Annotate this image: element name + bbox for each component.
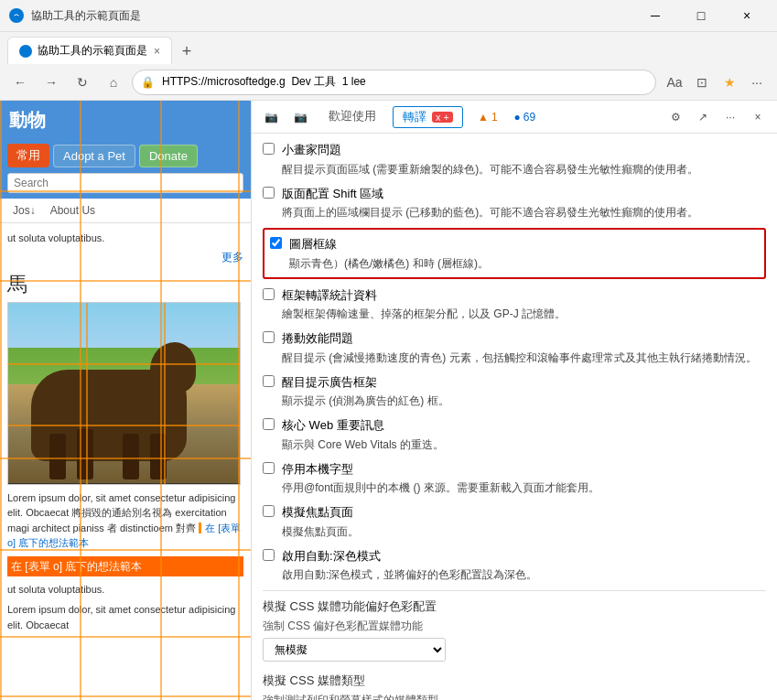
screenshot-button[interactable]: 📷: [259, 105, 283, 129]
window-controls: ─ □ ×: [634, 0, 768, 32]
dropdown-group-1: 模擬 CSS 媒體功能偏好色彩配置 強制 CSS 偏好色彩配置媒體功能 無模擬 …: [263, 598, 766, 662]
checkbox-2[interactable]: [263, 187, 275, 199]
tab-favicon: [19, 45, 32, 58]
browser-window: 協助工具的示範頁面是 ─ □ × 協助工具的示範頁面是 × + ← → ↻ ⌂ …: [0, 0, 777, 700]
webpage-panel: 動物 常用 Adopt a Pet Donate Jos↓ About Us u…: [0, 101, 252, 700]
close-button[interactable]: ×: [726, 0, 768, 32]
checkbox-label-1: 小畫家問題 醒目提示頁面區域 (需要重新繪製的綠色)。可能不適合容易發生光敏性癲…: [282, 141, 698, 178]
nav-item-donate[interactable]: Donate: [139, 145, 198, 167]
read-aloud-button[interactable]: Aa: [662, 70, 687, 95]
home-button[interactable]: ⌂: [101, 70, 126, 95]
webpage-search: [0, 171, 251, 199]
nav-item-home[interactable]: 常用: [7, 144, 49, 167]
address-bar: ← → ↻ ⌂ 🔒 Aa ⊡ ★ ···: [0, 64, 777, 101]
checkbox-row-9: 模擬焦點頁面 模擬焦點頁面。: [263, 503, 766, 540]
dropdown-2-sublabel: 強制測試列印和螢幕樣式的媒體類型: [263, 693, 766, 700]
share-button[interactable]: ↗: [691, 105, 715, 129]
maximize-button[interactable]: □: [680, 0, 722, 32]
address-input[interactable]: [132, 70, 656, 95]
checkbox-row-6: 醒目提示廣告框架 顯示提示 (偵測為廣告的紅色) 框。: [263, 373, 766, 410]
dropdown-1-sublabel: 強制 CSS 偏好色彩配置媒體功能: [263, 619, 766, 634]
minimize-button[interactable]: ─: [634, 0, 676, 32]
checkbox-label-9: 模擬焦點頁面 模擬焦點頁面。: [282, 503, 359, 540]
tab-close-icon[interactable]: ×: [154, 45, 160, 58]
checkbox-row-1: 小畫家問題 醒目提示頁面區域 (需要重新繪製的綠色)。可能不適合容易發生光敏性癲…: [263, 141, 766, 178]
active-tab[interactable]: 協助工具的示範頁面是 ×: [7, 37, 172, 64]
checkbox-3[interactable]: [270, 237, 282, 249]
checkbox-row-10: 啟用自動:深色模式 啟用自動:深色模式，並將偏好的色彩配置設為深色。: [263, 547, 766, 584]
split-button[interactable]: ⊡: [689, 70, 715, 95]
svg-point-0: [13, 12, 20, 19]
checkbox-label-4: 框架轉譯統計資料 繪製框架傳輸速量、掉落的框架分配，以及 GP-J 記憶體。: [282, 286, 566, 323]
webpage-header: 動物: [0, 101, 251, 140]
window-title: 協助工具的示範頁面是: [31, 8, 627, 24]
checkbox-row-2: 版面配置 Shift 區域 將頁面上的區域欄目提示 (已移動的藍色)。可能不適合…: [263, 185, 766, 221]
checkbox-9[interactable]: [263, 505, 275, 517]
checkbox-6[interactable]: [263, 375, 275, 387]
new-tab-button[interactable]: +: [174, 38, 200, 64]
more-link[interactable]: 更多: [7, 250, 243, 265]
checkbox-label-10: 啟用自動:深色模式 啟用自動:深色模式，並將偏好的色彩配置設為深色。: [282, 547, 537, 584]
translate-label: 轉譯: [403, 109, 426, 125]
sub-nav-item-jos[interactable]: Jos↓: [7, 202, 41, 219]
devtools-badges: ▲ 1 ● 69: [472, 109, 541, 125]
address-wrapper: 🔒: [132, 70, 656, 95]
tab-title: 協助工具的示範頁面是: [38, 43, 147, 59]
hline-6: [0, 695, 251, 697]
bottom-highlight: 在 [表單 o] 底下的想法範本: [7, 556, 243, 576]
horse-heading: 馬: [7, 271, 243, 298]
checkbox-row-8: 停用本機字型 停用@font面規則中的本機 () 來源。需要重新載入頁面才能套用…: [263, 460, 766, 497]
checkbox-8[interactable]: [263, 462, 275, 474]
tab-bar: 協助工具的示範頁面是 × +: [0, 32, 777, 64]
checkbox-row-5: 捲動效能問題 醒目提示 (會減慢捲動速度的青色) 元素，包括觸控和滾輪事件處理常…: [263, 329, 766, 366]
sub-nav: Jos↓ About Us: [0, 199, 251, 223]
forward-button[interactable]: →: [38, 70, 64, 95]
dropdown-1-select[interactable]: 無模擬 深色 淺色: [263, 638, 446, 662]
devtools-close-button[interactable]: ×: [746, 105, 770, 129]
nav-item-adopt[interactable]: Adopt a Pet: [53, 145, 135, 167]
checkbox-label-2: 版面配置 Shift 區域 將頁面上的區域欄目提示 (已移動的藍色)。可能不適合…: [282, 185, 698, 221]
tab-welcome[interactable]: 歡迎使用: [318, 101, 387, 134]
dropdown-group-2: 模擬 CSS 媒體類型 強制測試列印和螢幕樣式的媒體類型 無模擬 列印 螢幕: [263, 673, 766, 700]
checkbox-7[interactable]: [263, 418, 275, 430]
devtools-right-buttons: ⚙ ↗ ··· ×: [664, 105, 770, 129]
main-area: 動物 常用 Adopt a Pet Donate Jos↓ About Us u…: [0, 101, 777, 700]
checkbox-row-3: 圖層框線 顯示青色）(橘色/嫩橘色) 和時 (層框線)。: [263, 228, 766, 279]
settings-button[interactable]: ⚙: [664, 105, 687, 129]
sub-nav-item-about[interactable]: About Us: [45, 202, 101, 219]
badge-blue: ● 69: [509, 109, 542, 125]
checkbox-label-7: 核心 Web 重要訊息 顯示與 Core Web Vitals 的重迭。: [282, 416, 444, 453]
toolbar-right: Aa ⊡ ★ ···: [662, 70, 770, 95]
screenshot2-button[interactable]: 📷: [288, 105, 312, 129]
more-button[interactable]: ···: [744, 70, 770, 95]
search-input[interactable]: [7, 173, 243, 193]
horse-image: [7, 302, 241, 485]
checkbox-label-6: 醒目提示廣告框架 顯示提示 (偵測為廣告的紅色) 框。: [282, 373, 449, 410]
webpage-nav: 常用 Adopt a Pet Donate: [0, 140, 251, 171]
favorites-button[interactable]: ★: [717, 70, 742, 95]
devtools-more-button[interactable]: ···: [718, 105, 742, 129]
refresh-button[interactable]: ↻: [70, 70, 95, 95]
dropdown-1-label: 模擬 CSS 媒體功能偏好色彩配置: [263, 598, 766, 615]
divider-1: [263, 590, 766, 591]
tab-translate[interactable]: 轉譯 x +: [393, 106, 463, 128]
intro-text: ut soluta voluptatibus.: [7, 231, 243, 246]
browser-icon: [9, 8, 24, 23]
webpage-body: ut soluta voluptatibus. 更多 馬: [0, 223, 251, 645]
badge-orange: ▲ 1: [472, 109, 503, 125]
checkbox-10[interactable]: [263, 549, 275, 561]
checkbox-label-5: 捲動效能問題 醒目提示 (會減慢捲動速度的青色) 元素，包括觸控和滾輪事件處理常…: [282, 329, 757, 366]
footer-text: ut soluta voluptatibus.: [7, 582, 243, 598]
devtools-panel: 📷 📷 歡迎使用 轉譯 x + ▲ 1 ● 69 ⚙ ↗ ··· ×: [252, 101, 777, 700]
checkbox-5[interactable]: [263, 331, 275, 343]
checkbox-label-3: 圖層框線 顯示青色）(橘色/嫩橘色) 和時 (層框線)。: [289, 235, 489, 272]
devtools-content: 小畫家問題 醒目提示頁面區域 (需要重新繪製的綠色)。可能不適合容易發生光敏性癲…: [252, 134, 777, 700]
title-bar: 協助工具的示範頁面是 ─ □ ×: [0, 0, 777, 32]
checkbox-row-7: 核心 Web 重要訊息 顯示與 Core Web Vitals 的重迭。: [263, 416, 766, 453]
back-button[interactable]: ←: [7, 70, 33, 95]
checkbox-4[interactable]: [263, 288, 275, 300]
lock-icon: 🔒: [141, 76, 155, 89]
translate-x-badge: x +: [432, 112, 453, 123]
checkbox-1[interactable]: [263, 143, 275, 155]
checkbox-row-4: 框架轉譯統計資料 繪製框架傳輸速量、掉落的框架分配，以及 GP-J 記憶體。: [263, 286, 766, 323]
